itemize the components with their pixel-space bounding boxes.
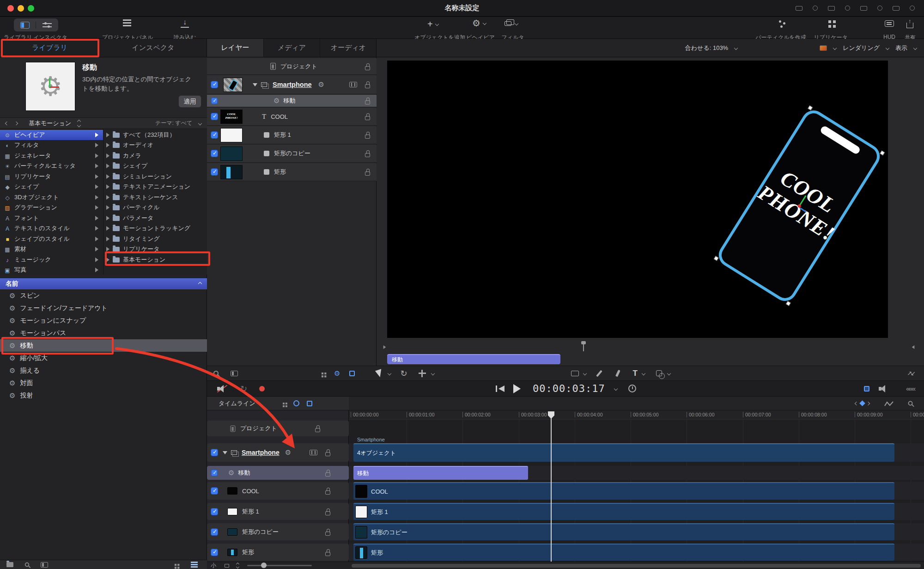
layer-name[interactable]: Smartphone	[273, 81, 312, 88]
lock-icon[interactable]	[325, 472, 330, 477]
zoom-fit-icon[interactable]	[225, 564, 229, 568]
filters-button[interactable]	[505, 21, 518, 26]
timeline-row-smartphone[interactable]: Smartphone	[207, 443, 349, 462]
disclosure-open-icon[interactable]	[253, 83, 257, 86]
tab-layers[interactable]: レイヤー	[207, 39, 263, 57]
zoom-fit-label[interactable]: 合わせる: 103%	[685, 44, 728, 52]
add-object-button[interactable]: +	[427, 19, 438, 29]
status-icon[interactable]	[910, 6, 915, 11]
list-item-motion-path[interactable]: モーションパス	[0, 327, 207, 339]
list-item-throw[interactable]: 投射	[0, 389, 207, 402]
show-filmstrip-icon[interactable]	[322, 372, 323, 374]
brush-tool[interactable]	[615, 370, 620, 377]
import-button[interactable]	[181, 19, 189, 29]
selection-handle[interactable]	[786, 301, 791, 306]
selection-handle[interactable]	[880, 150, 885, 155]
project-row[interactable]: プロジェクト	[207, 58, 377, 75]
visibility-checkbox[interactable]	[211, 168, 218, 176]
timeline-row-cool[interactable]: COOL	[207, 482, 349, 500]
timecode-display[interactable]: 00:00:03:17	[533, 383, 605, 394]
status-icon[interactable]	[845, 6, 850, 11]
go-to-start-icon[interactable]	[496, 385, 505, 393]
name-column-header[interactable]: 名前	[0, 278, 207, 289]
lock-icon[interactable]	[365, 171, 370, 176]
status-icon[interactable]	[860, 6, 867, 11]
save-frame-icon[interactable]	[864, 386, 869, 392]
replicator-button[interactable]	[828, 20, 836, 29]
show-behaviors-icon[interactable]	[334, 370, 340, 377]
layers-panel-options-icon[interactable]	[231, 371, 238, 376]
range-end-marker[interactable]	[912, 345, 915, 349]
lock-icon[interactable]	[315, 428, 320, 432]
playback-options-icon[interactable]: «««	[906, 385, 915, 392]
visibility-checkbox[interactable]	[211, 131, 218, 139]
status-icon[interactable]	[877, 6, 882, 11]
chevron-down-icon[interactable]	[431, 371, 434, 375]
selection-handle[interactable]	[714, 256, 719, 261]
breadcrumb[interactable]: 基本モーション	[29, 119, 71, 128]
theme-filter[interactable]: テーマ: すべて	[155, 119, 192, 127]
visibility-checkbox[interactable]	[211, 150, 218, 157]
category-gradients[interactable]: グラデーション	[0, 202, 103, 213]
hscroll-handle[interactable]	[352, 564, 921, 568]
lock-icon[interactable]	[365, 116, 370, 120]
loop-icon[interactable]	[240, 384, 247, 394]
status-icon[interactable]	[813, 6, 818, 11]
record-icon[interactable]	[259, 386, 265, 392]
chevron-down-icon[interactable]	[642, 371, 645, 375]
browse-folder-icon[interactable]	[6, 562, 13, 567]
smartphone-object[interactable]: COOL PHONE!	[714, 106, 884, 305]
timeline-zoom-icon[interactable]	[908, 401, 913, 406]
category-photos[interactable]: 写真	[0, 265, 103, 275]
tab-audio[interactable]: オーディオ	[320, 39, 377, 57]
search-icon[interactable]	[25, 563, 29, 567]
stepper-icon[interactable]	[78, 120, 80, 127]
hud-button[interactable]	[885, 20, 894, 28]
visibility-checkbox[interactable]	[211, 528, 218, 536]
layer-row-smartphone[interactable]: Smartphone	[207, 75, 377, 94]
render-color-swatch[interactable]	[820, 45, 827, 51]
mask-tool[interactable]	[656, 370, 662, 376]
layer-row-rect[interactable]: 矩形	[207, 163, 377, 181]
playhead-line[interactable]	[551, 418, 552, 562]
category-particle-emitters[interactable]: パーティクルエミッタ	[0, 161, 103, 171]
share-button[interactable]	[906, 19, 913, 30]
category-behaviors[interactable]: ビヘイビア	[0, 130, 103, 140]
folder-parameter[interactable]: パラメータ	[103, 213, 207, 223]
tab-library[interactable]: ライブラリ	[0, 39, 99, 57]
timeline-row-rect-copy[interactable]: 矩形のコピー	[207, 523, 349, 540]
folder-motion-tracking[interactable]: モーショントラッキング	[103, 223, 207, 233]
lock-icon[interactable]	[325, 452, 330, 456]
category-shape-styles[interactable]: シェイプのスタイル	[0, 234, 103, 244]
tab-media[interactable]: メディア	[263, 39, 320, 57]
chevron-down-icon[interactable]	[734, 46, 738, 49]
sidebar-toggle-icon[interactable]	[41, 562, 48, 568]
audio-icon[interactable]	[879, 385, 889, 392]
status-icon[interactable]	[828, 6, 835, 11]
lock-icon[interactable]	[325, 511, 330, 515]
inspector-panel-toggle[interactable]	[36, 22, 58, 29]
zoom-slider-knob[interactable]	[261, 563, 267, 568]
lock-icon[interactable]	[365, 66, 370, 70]
timeline-ruler[interactable]: 00:00:00:00 00:00:01:00 00:00:02:00 00:0…	[349, 410, 924, 420]
status-icon[interactable]	[796, 6, 802, 11]
chevron-down-icon[interactable]	[667, 371, 671, 375]
visibility-checkbox[interactable]	[211, 81, 218, 88]
visibility-checkbox[interactable]	[211, 549, 218, 556]
range-start-marker[interactable]	[383, 345, 386, 349]
behavior-badge-icon[interactable]	[285, 449, 291, 456]
curves-icon[interactable]	[884, 401, 894, 407]
timeline-project-row[interactable]: プロジェクト	[207, 421, 349, 436]
mini-playhead-handle[interactable]	[581, 341, 586, 344]
category-materials[interactable]: 素材	[0, 244, 103, 254]
category-shapes[interactable]: シェイプ	[0, 182, 103, 192]
visibility-checkbox[interactable]	[211, 113, 218, 120]
show-keyframes-icon[interactable]	[855, 401, 869, 405]
layer-row-cool[interactable]: COOL PHONE! T COOL	[207, 108, 377, 126]
folder-all[interactable]: すべて（232項目）	[103, 130, 207, 140]
lock-icon[interactable]	[365, 135, 370, 139]
timeline-layers-icon[interactable]	[307, 401, 312, 406]
zoom-stepper-icon[interactable]	[237, 563, 239, 568]
layer-row-rect1[interactable]: 矩形 1	[207, 126, 377, 144]
layer-row-move-behavior[interactable]: 移動	[207, 95, 377, 107]
